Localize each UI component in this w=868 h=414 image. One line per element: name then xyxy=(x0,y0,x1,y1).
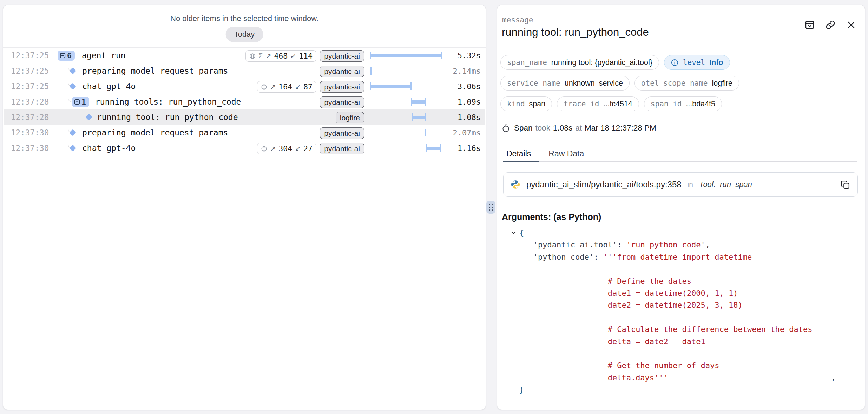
attribute-pill-service_name: service_nameunknown_service xyxy=(500,76,630,91)
arguments-heading: Arguments: (as Python) xyxy=(502,212,601,222)
collapse-count-badge[interactable]: 6 xyxy=(58,51,75,61)
pill-label: span_id xyxy=(651,100,682,108)
duration-bar xyxy=(412,116,425,119)
attribute-pill-trace_id: trace_id...fc4514 xyxy=(557,96,639,111)
trace-row[interactable]: 12:37:30preparing model request paramspy… xyxy=(4,125,485,140)
tokens-sent-arrow-icon: ↗ xyxy=(270,83,276,91)
dock-panel-button[interactable] xyxy=(804,19,816,31)
pill-label: service_name xyxy=(507,79,560,87)
source-location-chip[interactable]: pydantic_ai_slim/pydantic_ai/tools.py:35… xyxy=(503,172,858,197)
span-timing: Span took 1.08s at Mar 18 12:37:28 PM xyxy=(501,123,656,133)
pill-label: otel_scope_name xyxy=(641,79,708,87)
collapse-count-badge[interactable]: 1 xyxy=(72,97,89,107)
attribute-pill-row: span_namerunning tool: {pydantic_ai.tool… xyxy=(500,55,730,70)
indent-guide-line xyxy=(518,240,518,385)
tokens-received-arrow-icon: ↙ xyxy=(295,83,301,91)
span-diamond-icon xyxy=(69,83,76,90)
trace-row[interactable]: 12:37:256agent runΣ↗468↙114pydantic-ai5.… xyxy=(4,48,485,63)
token-usage-badge: ↗304↙27 xyxy=(257,143,316,154)
tab-raw-data[interactable]: Raw Data xyxy=(545,146,592,161)
info-icon xyxy=(671,59,679,67)
timing-duration: 1.08s xyxy=(553,123,572,133)
span-diamond-icon xyxy=(85,114,92,121)
attribute-pill-span_id: span_id...bda4f5 xyxy=(644,96,722,111)
tokens-sent: 164 xyxy=(278,82,292,91)
source-path: pydantic_ai_slim/pydantic_ai/tools.py:35… xyxy=(526,180,682,189)
row-timestamp: 12:37:25 xyxy=(11,82,49,91)
span-name-label: running tools: run_python_code xyxy=(95,97,241,106)
span-name-label: preparing model request params xyxy=(82,66,228,75)
duration-bar xyxy=(370,54,441,57)
today-button[interactable]: Today xyxy=(226,27,263,42)
timing-at-word: at xyxy=(575,123,582,133)
scope-tag: pydantic-ai xyxy=(320,81,364,93)
tokens-received-arrow-icon: ↙ xyxy=(295,145,301,153)
row-duration: 2.14ms xyxy=(453,67,481,75)
attribute-pill-level: levelInfo xyxy=(664,55,730,70)
close-button[interactable] xyxy=(845,19,857,31)
pill-value: Info xyxy=(709,58,723,67)
pill-label: kind xyxy=(507,100,525,108)
collapse-icon xyxy=(74,99,80,105)
duration-tick xyxy=(425,129,426,136)
pill-value: ...fc4514 xyxy=(603,100,632,108)
trace-list-panel: No older items in the selected time wind… xyxy=(3,5,486,410)
span-title: running tool: run_python_code xyxy=(502,26,649,39)
attribute-pill-row: kindspantrace_id...fc4514span_id...bda4f… xyxy=(500,96,722,111)
token-usage-badge: Σ↗468↙114 xyxy=(245,50,316,62)
tokens-received: 114 xyxy=(299,52,313,60)
pill-value: unknown_service xyxy=(565,79,623,88)
scope-tag: pydantic-ai xyxy=(320,96,364,108)
duration-bar-end-cap xyxy=(440,144,441,152)
timing-took-word: took xyxy=(535,123,551,133)
duration-tick xyxy=(370,67,372,75)
copy-link-button[interactable] xyxy=(824,19,836,31)
pill-label: level xyxy=(683,58,705,67)
row-duration: 1.08s xyxy=(458,113,481,122)
tokens-sent-arrow-icon: ↗ xyxy=(265,52,271,60)
duration-bar-start-cap xyxy=(370,82,371,90)
source-function: Tool._run_span xyxy=(699,180,752,189)
duration-bar xyxy=(426,147,441,150)
attribute-pill-row: service_nameunknown_serviceotel_scope_na… xyxy=(500,76,739,91)
row-timestamp: 12:37:30 xyxy=(11,143,49,153)
copy-icon xyxy=(840,180,850,190)
arguments-code[interactable]: { 'pydantic_ai.tool': 'run_python_code',… xyxy=(519,227,861,396)
tab-details[interactable]: Details xyxy=(503,146,539,161)
tokens-coin-icon xyxy=(261,146,267,152)
scope-tag: pydantic-ai xyxy=(320,66,364,77)
message-kicker: message xyxy=(502,16,533,24)
tokens-coin-icon xyxy=(249,53,256,59)
tokens-received: 87 xyxy=(303,82,313,91)
row-timestamp: 12:37:30 xyxy=(11,128,49,137)
copy-source-button[interactable] xyxy=(840,180,850,190)
tokens-received: 27 xyxy=(303,144,313,153)
dock-icon xyxy=(804,20,815,30)
pill-label: trace_id xyxy=(564,100,599,108)
panel-resize-handle[interactable] xyxy=(486,201,495,214)
span-detail-panel: message running tool: run_python_code sp… xyxy=(497,5,865,410)
trace-row[interactable]: 12:37:30chat gpt-4o↗304↙27pydantic-ai1.1… xyxy=(4,140,485,156)
detail-toolbar xyxy=(804,19,857,31)
token-usage-badge: ↗164↙87 xyxy=(257,81,316,93)
row-duration: 1.16s xyxy=(458,144,481,153)
attribute-pills: span_namerunning tool: {pydantic_ai.tool… xyxy=(500,55,739,111)
tokens-coin-icon xyxy=(261,84,267,90)
trace-row[interactable]: 12:37:281running tools: run_python_codep… xyxy=(4,94,485,109)
sum-sigma: Σ xyxy=(258,52,263,60)
tokens-sent: 304 xyxy=(278,144,292,153)
row-timestamp: 12:37:28 xyxy=(11,97,49,106)
duration-bar xyxy=(370,85,411,88)
tokens-sent-arrow-icon: ↗ xyxy=(270,145,276,153)
trace-row[interactable]: 12:37:25chat gpt-4o↗164↙87pydantic-ai3.0… xyxy=(4,79,485,94)
pill-label: span_name xyxy=(507,58,547,67)
duration-bar-start-cap xyxy=(411,98,412,106)
pill-value: logfire xyxy=(712,79,733,88)
span-name-label: chat gpt-4o xyxy=(82,143,136,153)
trace-row[interactable]: 12:37:25preparing model request paramspy… xyxy=(4,63,485,79)
duration-bar-start-cap xyxy=(412,113,413,121)
trace-row[interactable]: 12:37:28running tool: run_python_codelog… xyxy=(4,109,485,125)
collapse-chevron-icon[interactable] xyxy=(511,230,517,237)
row-duration: 1.09s xyxy=(458,98,481,106)
scope-tag: pydantic-ai xyxy=(320,143,364,154)
